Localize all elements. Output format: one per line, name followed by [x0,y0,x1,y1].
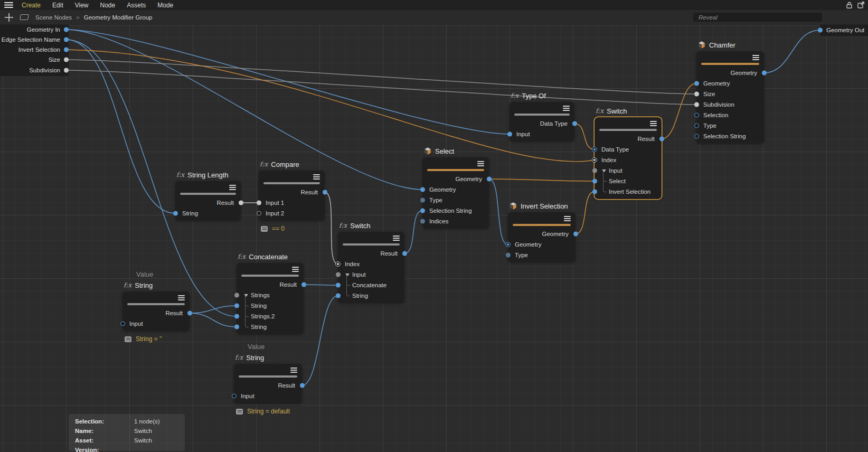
node-menu-icon[interactable] [564,216,571,222]
open-external-icon[interactable] [857,1,865,9]
lock-icon[interactable] [845,1,853,9]
port-in-index[interactable] [335,261,341,267]
port-in-indices[interactable] [420,219,425,224]
group-output-port-geometry-out[interactable] [818,28,823,33]
tab-icon[interactable] [20,14,29,20]
port-out-result[interactable] [239,201,243,205]
node-menu-icon[interactable] [563,106,570,111]
port-out-data-type[interactable] [572,121,577,126]
port-out-result[interactable] [323,190,327,195]
port-in-geometry[interactable] [694,81,699,86]
menu-item-edit[interactable]: Edit [46,2,69,9]
function-fx-icon: f:x [176,171,184,178]
breadcrumb-current-group[interactable]: Geometry Modifier Group [84,14,153,21]
menu-item-node[interactable]: Node [95,2,121,9]
menu-item-assets[interactable]: Assets [121,2,152,9]
port-out-geometry[interactable] [762,71,767,76]
port-in-input[interactable] [336,272,341,277]
node-ports: ResultData TypeIndexInputSelectInvert Se… [595,134,662,197]
node-concatenate[interactable]: f:x Concatenate ResultStringsStringStrin… [237,263,304,334]
node-type-of[interactable]: f:x Type Of Data TypeInput [510,102,574,142]
port-in-selection[interactable] [694,113,699,118]
port-in-input[interactable] [232,394,237,399]
port-in-index[interactable] [592,157,597,163]
port-row-data-type: Data Type [595,144,662,155]
node-menu-icon[interactable] [290,368,297,373]
port-in-input[interactable] [507,132,512,137]
group-input-port-invert-selection[interactable] [64,48,69,52]
port-out-geometry[interactable] [573,232,578,237]
port-in-string[interactable] [234,325,239,329]
port-in-subdivision[interactable] [694,102,699,107]
port-out-geometry[interactable] [487,177,492,182]
port-out-result[interactable] [301,282,306,287]
port-out-result[interactable] [402,251,407,256]
node-graph-canvas[interactable]: Chamfer GeometryGeometrySizeSubdivisionS… [0,0,868,452]
node-switch-mid[interactable]: f:x Switch ResultIndexInputConcatenateSt… [338,232,404,303]
wire-17 [489,179,595,181]
port-in-string[interactable] [336,294,341,298]
port-in-size[interactable] [694,92,699,97]
node-menu-icon[interactable] [752,55,759,61]
wire-1 [66,30,422,190]
node-switch-right[interactable]: f:x Switch ResultData TypeIndexInputSele… [595,117,662,199]
port-out-result[interactable] [187,311,192,316]
port-in-selection-string[interactable] [694,134,699,139]
reveal-search-input[interactable] [693,13,822,22]
node-chamfer[interactable]: Chamfer GeometryGeometrySizeSubdivisionS… [696,51,764,144]
port-in-concatenate[interactable] [336,283,341,288]
node-menu-icon[interactable] [393,236,400,241]
port-in-input-1[interactable] [257,201,261,205]
port-in-selection-string[interactable] [420,209,425,213]
group-input-port-geometry-in[interactable] [64,27,69,32]
port-in-data-type[interactable] [592,147,597,152]
port-in-input-2[interactable] [257,211,261,216]
port-in-geometry[interactable] [420,187,425,192]
node-menu-icon[interactable] [292,267,299,272]
breadcrumb: Scene Nodes > Geometry Modifier Group [35,14,153,21]
port-in-strings[interactable] [234,293,239,298]
node-menu-icon[interactable] [650,121,657,127]
port-in-string[interactable] [234,304,239,308]
node-select[interactable]: Select GeometryGeometryTypeSelection Str… [422,157,489,229]
node-invert-selection[interactable]: Invert Selection GeometryGeometryType [508,212,575,262]
group-input-port-size[interactable] [64,58,69,62]
port-in-invert-selection[interactable] [592,190,597,194]
breadcrumb-scene-nodes[interactable]: Scene Nodes [35,14,72,21]
node-annotation[interactable]: == 0 [261,225,285,232]
node-string-value-1[interactable]: Value f:x String ResultInput String = '' [122,291,190,331]
port-in-type[interactable] [420,198,425,203]
port-out-result[interactable] [659,137,664,142]
port-label: Type [703,123,716,129]
menu-item-create[interactable]: Create [16,2,46,9]
group-input-port-edge-selection-name[interactable] [64,37,69,42]
node-annotation[interactable]: String = '' [125,335,162,343]
menu-item-mode[interactable]: Mode [152,2,179,9]
node-menu-icon[interactable] [178,295,185,301]
node-menu-icon[interactable] [477,161,484,167]
port-in-input[interactable] [120,322,125,326]
graph-toolbar: Scene Nodes > Geometry Modifier Group [0,10,868,25]
main-menu-icon[interactable] [4,2,13,8]
node-string-length[interactable]: f:x String Length ResultString [175,181,241,221]
port-in-type[interactable] [506,253,511,258]
node-string-value-2[interactable]: Value f:x String ResultInput String = de… [234,364,302,403]
port-in-type[interactable] [694,124,699,128]
node-color-bar [513,224,571,226]
node-annotation[interactable]: String = default [236,408,290,415]
add-node-icon[interactable] [5,13,13,22]
port-in-string[interactable] [173,211,178,216]
port-label: Input [241,393,254,399]
port-row-string: String [338,290,404,301]
port-out-result[interactable] [300,383,305,388]
port-label: Strings [251,292,270,298]
group-input-port-subdivision[interactable] [64,68,69,73]
node-menu-icon[interactable] [313,174,320,180]
port-in-strings-2[interactable] [234,314,239,319]
node-menu-icon[interactable] [229,185,236,191]
node-compare[interactable]: f:x Compare ResultInput 1Input 2 == 0 [259,171,325,221]
port-in-select[interactable] [592,179,597,184]
menu-item-view[interactable]: View [69,2,95,9]
port-in-input[interactable] [592,168,597,173]
port-in-geometry[interactable] [505,242,511,247]
